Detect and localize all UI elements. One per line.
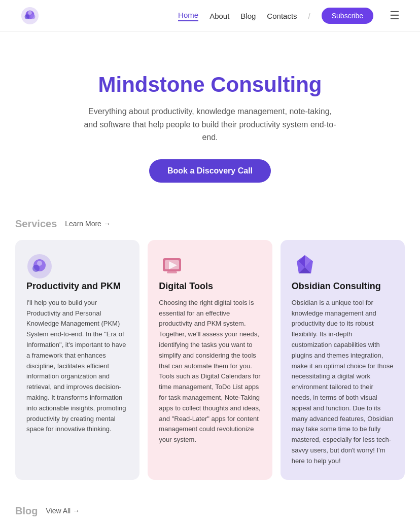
svg-point-4 [28,11,32,15]
productivity-card-body: I'll help you to build your Productivity… [26,298,128,435]
nav-home[interactable]: Home [178,11,198,21]
blog-view-all-link[interactable]: View All → [46,507,80,515]
svg-point-8 [37,261,42,266]
productivity-icon [26,253,128,281]
navbar: Home About Blog Contacts / Subscribe ☰ [0,0,420,32]
logo[interactable] [20,6,40,25]
services-header: Services Learn More → [15,218,405,230]
services-title: Services [15,218,57,230]
logo-icon [20,6,40,25]
obsidian-icon [292,253,394,281]
menu-icon[interactable]: ☰ [390,9,400,22]
nav-contacts[interactable]: Contacts [267,12,297,20]
digital-tools-icon [159,253,261,281]
view-all-arrow-icon: → [73,507,80,515]
subscribe-button[interactable]: Subscribe [322,8,373,24]
digital-tools-card-body: Choosing the right digital tools is esse… [159,298,261,445]
arrow-icon: → [103,220,111,228]
productivity-card-title: Productivity and PKM [26,281,128,292]
service-card-productivity: Productivity and PKM I'll help you to bu… [15,240,139,480]
view-all-label: View All [46,507,71,515]
services-section: Services Learn More → Productivity and P… [0,213,420,500]
hero-title: Mindstone Consulting [20,73,400,97]
blog-title: Blog [15,505,38,517]
hero-subtitle: Everything about productivity, knowledge… [83,105,337,144]
svg-point-7 [32,265,40,272]
learn-more-label: Learn More [65,220,101,228]
nav-divider: / [308,12,310,20]
blog-header: Blog View All → [15,505,405,517]
service-card-obsidian: Obsidian Consulting Obsidian is a unique… [281,240,405,480]
services-cards: Productivity and PKM I'll help you to bu… [15,240,405,480]
obsidian-card-body: Obsidian is a unique tool for knowledge … [292,298,394,467]
nav-links: Home About Blog Contacts / Subscribe ☰ [178,8,400,24]
digital-tools-card-title: Digital Tools [159,281,261,292]
services-learn-more-link[interactable]: Learn More → [65,220,111,228]
svg-rect-13 [167,271,177,273]
obsidian-card-title: Obsidian Consulting [292,281,394,292]
svg-point-2 [25,14,30,19]
nav-about[interactable]: About [209,12,229,20]
svg-point-3 [30,14,35,19]
blog-section: Blog View All → PRODUCTIVITY Hara Hachi … [0,500,420,525]
hero-section: Mindstone Consulting Everything about pr… [0,32,420,213]
service-card-digital-tools: Digital Tools Choosing the right digital… [148,240,272,480]
book-discovery-call-button[interactable]: Book a Discovery Call [149,159,271,183]
nav-blog[interactable]: Blog [240,12,256,20]
